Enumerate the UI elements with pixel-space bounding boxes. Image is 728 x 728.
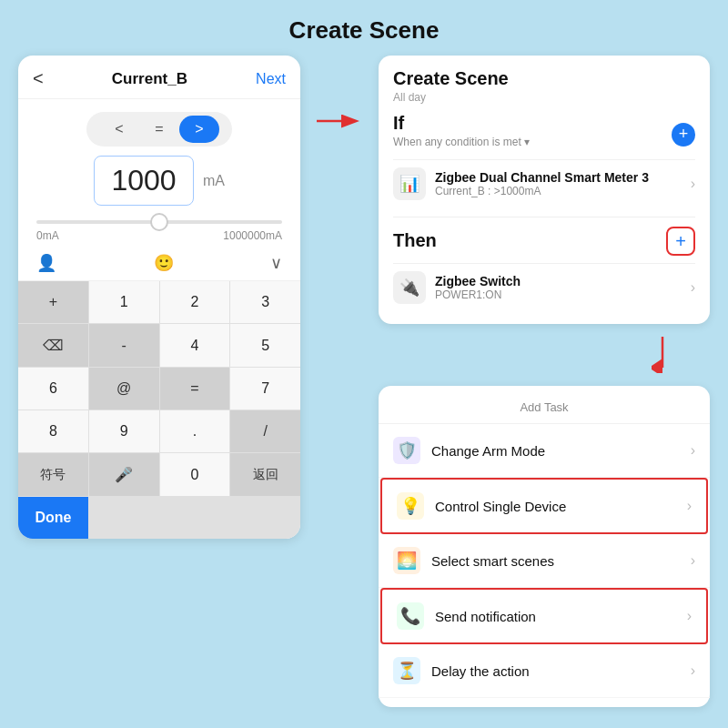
create-scene-panel: Create Scene All day If When any conditi…	[379, 56, 710, 324]
task-left-3: 📞 Send notification	[397, 602, 536, 630]
slider-thumb[interactable]	[150, 213, 168, 231]
page-title: Create Scene	[0, 0, 728, 56]
task-row-0[interactable]: 🛡️ Change Arm Mode ›	[379, 424, 710, 478]
add-task-title: Add Task	[379, 395, 710, 424]
panel-title: Current_B	[112, 70, 187, 88]
then-title: Then	[393, 230, 437, 251]
key-8[interactable]: 8	[18, 410, 88, 452]
task-left-0: 🛡️ Change Arm Mode	[393, 437, 545, 464]
if-title: If	[393, 113, 530, 134]
then-device-name: Zigbee Switch	[435, 274, 682, 288]
if-device-name: Zigbee Dual Channel Smart Meter 3	[435, 170, 682, 185]
key-equals[interactable]: =	[160, 368, 230, 410]
cond-greater[interactable]: >	[179, 116, 219, 143]
key-1[interactable]: 1	[89, 281, 159, 323]
create-scene-title: Create Scene	[393, 68, 695, 89]
key-plus[interactable]: +	[18, 281, 88, 323]
task-icon-3: 📞	[397, 602, 424, 630]
task-row-1[interactable]: 💡 Control Single Device ›	[380, 478, 708, 534]
toolbar-row: 👤 🙂 ∨	[18, 246, 300, 281]
then-device-info: Zigbee Switch POWER1:ON	[435, 274, 682, 301]
right-panels: Create Scene All day If When any conditi…	[379, 56, 710, 707]
task-label-2: Select smart scenes	[431, 553, 554, 569]
key-symbols[interactable]: 符号	[18, 453, 88, 496]
cond-equal[interactable]: =	[139, 116, 179, 143]
next-button[interactable]: Next	[256, 71, 286, 87]
key-9[interactable]: 9	[89, 410, 159, 452]
task-list: 🛡️ Change Arm Mode › 💡 Control Single De…	[379, 424, 710, 698]
panel-header: < Current_B Next	[18, 56, 300, 99]
task-label-0: Change Arm Mode	[431, 443, 545, 459]
arrow-down-container	[379, 337, 710, 373]
if-device-row[interactable]: 📊 Zigbee Dual Channel Smart Meter 3 Curr…	[393, 159, 695, 207]
task-left-4: ⏳ Delay the action	[393, 657, 530, 684]
condition-buttons: < = >	[86, 112, 232, 147]
key-at[interactable]: @	[89, 368, 159, 410]
key-dot[interactable]: .	[160, 410, 230, 452]
then-device-chevron: ›	[691, 279, 695, 296]
add-task-panel: Add Task 🛡️ Change Arm Mode › 💡 Control …	[379, 386, 710, 707]
task-label-3: Send notification	[435, 609, 536, 624]
key-slash[interactable]: /	[230, 410, 300, 452]
back-button[interactable]: <	[33, 68, 44, 89]
key-backspace[interactable]: ⌫	[18, 324, 88, 367]
arrow-right	[317, 110, 362, 132]
key-minus[interactable]: -	[89, 324, 159, 367]
value-box: 1000	[94, 156, 194, 206]
task-label-1: Control Single Device	[435, 499, 566, 514]
keyboard-grid: + 1 2 3 ⌫ - 4 5 6 @ = 7 8 9 . / 符号 🎤 0 返…	[18, 281, 300, 539]
chevron-down-icon[interactable]: ∨	[270, 253, 282, 273]
if-device-info: Zigbee Dual Channel Smart Meter 3 Curren…	[435, 170, 682, 197]
if-subtitle: When any condition is met ▾	[393, 136, 530, 148]
value-display: 1000 mA	[33, 156, 286, 206]
if-device-chevron: ›	[691, 176, 695, 192]
key-3[interactable]: 3	[230, 281, 300, 323]
key-6[interactable]: 6	[18, 368, 88, 410]
task-icon-0: 🛡️	[393, 437, 420, 464]
value-unit: mA	[203, 173, 225, 189]
key-4[interactable]: 4	[160, 324, 230, 367]
key-5[interactable]: 5	[230, 324, 300, 367]
then-device-status: POWER1:ON	[435, 288, 682, 301]
then-header: Then +	[393, 227, 695, 256]
key-done[interactable]: Done	[18, 497, 88, 539]
create-scene-subtitle: All day	[393, 91, 695, 104]
slider-area: 0mA 1000000mA	[18, 209, 300, 246]
task-icon-1: 💡	[397, 492, 424, 520]
task-chevron-3: ›	[687, 608, 692, 624]
key-7[interactable]: 7	[230, 368, 300, 410]
task-icon-2: 🌅	[393, 547, 420, 574]
key-0[interactable]: 0	[160, 453, 230, 496]
task-icon-4: ⏳	[393, 657, 420, 684]
section-divider	[393, 217, 695, 217]
task-left-1: 💡 Control Single Device	[397, 492, 566, 520]
if-device-icon: 📊	[393, 167, 426, 200]
task-row-4[interactable]: ⏳ Delay the action ›	[379, 644, 710, 698]
if-device-status: Current_B : >1000mA	[435, 185, 682, 197]
emoji-icon[interactable]: 🙂	[154, 253, 174, 273]
then-device-row[interactable]: 🔌 Zigbee Switch POWER1:ON ›	[393, 263, 695, 311]
key-mic[interactable]: 🎤	[89, 453, 159, 496]
slider-labels: 0mA 1000000mA	[36, 229, 282, 242]
task-chevron-4: ›	[691, 662, 695, 679]
slider-track[interactable]	[36, 220, 282, 224]
slider-max: 1000000mA	[223, 229, 282, 242]
task-left-2: 🌅 Select smart scenes	[393, 547, 554, 574]
then-add-button[interactable]: +	[666, 227, 695, 256]
task-chevron-0: ›	[691, 442, 695, 459]
task-row-3[interactable]: 📞 Send notification ›	[380, 588, 708, 644]
cond-less[interactable]: <	[99, 116, 139, 143]
task-chevron-1: ›	[687, 498, 692, 514]
if-header: If When any condition is met ▾ +	[393, 113, 695, 156]
task-row-2[interactable]: 🌅 Select smart scenes ›	[379, 534, 710, 588]
user-icon[interactable]: 👤	[36, 253, 56, 273]
main-content: < Current_B Next < = > 1000 mA 0mA 10000…	[0, 56, 728, 707]
key-2[interactable]: 2	[160, 281, 230, 323]
key-return[interactable]: 返回	[230, 453, 300, 496]
left-panel: < Current_B Next < = > 1000 mA 0mA 10000…	[18, 56, 300, 539]
slider-min: 0mA	[36, 229, 59, 242]
then-device-icon: 🔌	[393, 271, 426, 304]
task-label-4: Delay the action	[431, 663, 530, 679]
if-add-button[interactable]: +	[672, 123, 695, 147]
task-chevron-2: ›	[691, 552, 695, 569]
